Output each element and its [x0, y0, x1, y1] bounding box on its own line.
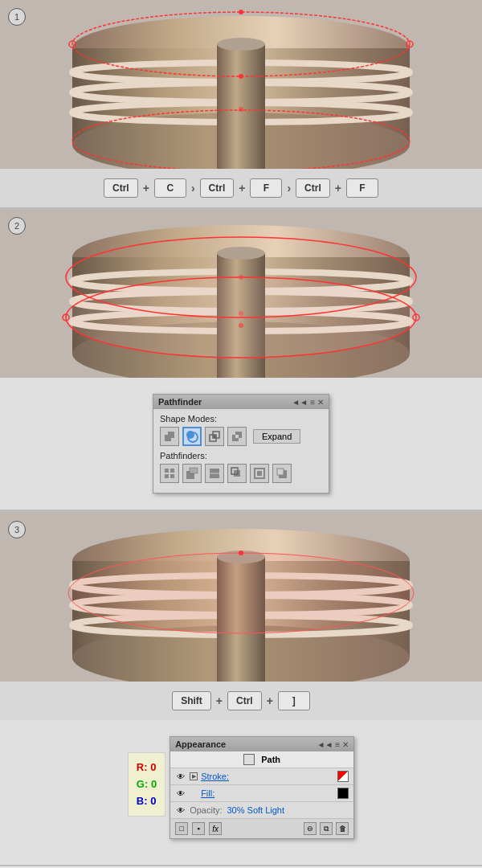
crop-icon[interactable]: [227, 464, 247, 483]
footer-hide-icon[interactable]: ⊖: [304, 822, 317, 835]
key-f-2[interactable]: F: [346, 178, 378, 198]
op-plus-5: +: [267, 694, 273, 707]
panel-menu[interactable]: ≡: [310, 398, 315, 407]
svg-rect-53: [257, 471, 262, 476]
unite-icon[interactable]: [160, 427, 179, 446]
footer-fill-icon[interactable]: ▪: [192, 822, 205, 835]
svg-rect-45: [170, 474, 174, 478]
stroke-color[interactable]: [337, 771, 349, 782]
pathfinders-label: Pathfinders:: [160, 451, 322, 461]
footer-fx-icon[interactable]: fx: [209, 822, 222, 835]
rgb-r-value: R: 0: [137, 760, 157, 776]
rgb-g-value: G: 0: [137, 776, 157, 793]
opacity-label: Opacity:: [190, 805, 222, 815]
svg-rect-50: [234, 470, 240, 477]
stroke-label[interactable]: Stroke:: [201, 772, 229, 781]
exclude-icon[interactable]: [227, 427, 247, 446]
svg-rect-38: [213, 435, 216, 438]
svg-rect-33: [168, 432, 174, 438]
stroke-eye[interactable]: 👁: [175, 771, 186, 782]
path-swatch: [243, 754, 255, 765]
footer-right-icons: ⊖ ⧉ 🗑: [304, 822, 349, 835]
appearance-title: Appearance: [175, 739, 226, 749]
intersect-icon[interactable]: [205, 427, 224, 446]
minus-front-icon[interactable]: [182, 427, 202, 446]
footer-dupe-icon[interactable]: ⧉: [320, 822, 333, 835]
pathfinders-row: [160, 464, 322, 483]
op-plus-4: +: [216, 694, 223, 707]
svg-point-66: [239, 551, 243, 555]
svg-rect-47: [190, 468, 198, 473]
op-plus-3: +: [335, 182, 341, 194]
svg-point-29: [239, 275, 243, 280]
fill-row: 👁 Fill:: [170, 785, 353, 802]
svg-point-14: [239, 74, 243, 79]
key-ctrl-3[interactable]: Ctrl: [296, 178, 330, 198]
footer-square-icon[interactable]: □: [175, 822, 188, 835]
fill-eye[interactable]: 👁: [175, 788, 186, 799]
section-2: 2: [0, 209, 482, 513]
pathfinder-titlebar: Pathfinder ◄◄ ≡ ✕: [153, 395, 329, 409]
svg-point-8: [217, 38, 265, 51]
opacity-row: 👁 Opacity: 30% Soft Light: [170, 802, 353, 819]
svg-rect-7: [217, 44, 265, 169]
svg-point-15: [239, 107, 243, 112]
op-gt-1: ›: [191, 182, 195, 194]
fill-spacer: [190, 789, 198, 797]
key-ctrl-4[interactable]: Ctrl: [227, 691, 262, 710]
op-plus-2: +: [239, 182, 245, 194]
footer-delete-icon[interactable]: 🗑: [336, 822, 349, 835]
svg-rect-55: [277, 469, 284, 475]
fill-color[interactable]: [337, 788, 349, 799]
appearance-section: R: 0 G: 0 B: 0 Appearance ◄◄ ≡ ✕ Path 👁: [0, 720, 482, 865]
svg-point-13: [239, 10, 243, 14]
opacity-value: 30% Soft Light: [227, 805, 285, 815]
svg-point-35: [186, 431, 194, 439]
opacity-eye[interactable]: 👁: [175, 805, 186, 816]
pathfinder-panel: Pathfinder ◄◄ ≡ ✕ Shape Modes:: [153, 394, 329, 493]
app-arrows: ◄◄: [317, 740, 333, 749]
divide-icon[interactable]: [160, 464, 179, 483]
canvas-3: [0, 513, 482, 682]
app-close[interactable]: ✕: [342, 740, 349, 749]
minus-back-icon[interactable]: [272, 464, 292, 483]
panel-close[interactable]: ✕: [317, 398, 324, 407]
stroke-row: 👁 ▶ Stroke:: [170, 768, 353, 785]
key-c[interactable]: C: [154, 178, 186, 198]
fill-label[interactable]: Fill:: [201, 788, 214, 798]
section-3: 3: [0, 513, 482, 866]
svg-rect-41: [235, 435, 239, 438]
shape-modes-row: Expand: [160, 427, 322, 446]
shape-modes-label: Shape Modes:: [160, 414, 322, 424]
op-gt-2: ›: [287, 182, 291, 194]
expand-button[interactable]: Expand: [253, 429, 300, 444]
key-ctrl-1[interactable]: Ctrl: [104, 178, 138, 198]
pathfinder-section: Pathfinder ◄◄ ≡ ✕ Shape Modes:: [0, 378, 482, 511]
path-row: Path: [170, 751, 353, 768]
app-menu[interactable]: ≡: [335, 740, 340, 749]
canvas-2: [0, 209, 482, 378]
svg-rect-44: [165, 474, 169, 478]
panel-controls: ◄◄ ≡ ✕: [292, 398, 324, 407]
key-bracket[interactable]: ]: [278, 691, 310, 710]
key-shift[interactable]: Shift: [172, 691, 211, 710]
section-1: 1: [0, 0, 482, 209]
path-label: Path: [261, 755, 280, 764]
appearance-titlebar: Appearance ◄◄ ≡ ✕: [170, 737, 353, 751]
canvas-1: [0, 0, 482, 169]
rgb-b-value: B: 0: [137, 793, 157, 810]
shortcut-bar-3: Shift + Ctrl + ]: [0, 682, 482, 720]
svg-rect-43: [170, 469, 174, 473]
key-f-1[interactable]: F: [250, 178, 282, 198]
merge-icon[interactable]: [205, 464, 224, 483]
step-number-3: 3: [8, 521, 26, 538]
key-ctrl-2[interactable]: Ctrl: [200, 178, 235, 198]
outline-icon[interactable]: [250, 464, 269, 483]
svg-point-24: [217, 247, 265, 260]
trim-icon[interactable]: [182, 464, 202, 483]
op-plus-1: +: [143, 182, 149, 194]
rgb-badge: R: 0 G: 0 B: 0: [128, 752, 165, 817]
stroke-arrow: ▶: [190, 772, 198, 780]
svg-point-65: [68, 553, 414, 633]
pathfinder-body: Shape Modes:: [153, 409, 329, 493]
